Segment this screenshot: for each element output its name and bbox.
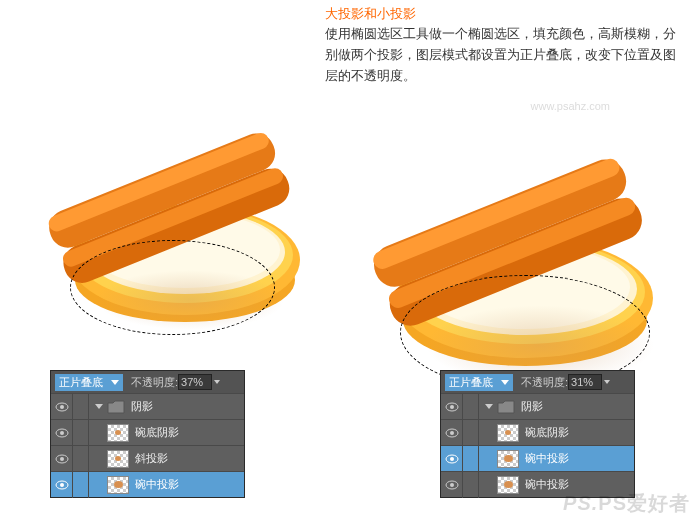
layer-thumbnail: [107, 450, 129, 468]
layer-name: 碗中投影: [525, 451, 569, 466]
svg-point-23: [60, 457, 64, 461]
brand-watermark: PS.PS爱好者: [563, 490, 690, 517]
blend-mode-dropdown[interactable]: 正片叠底: [55, 374, 123, 391]
layers-panel-left: 正片叠底 不透明度: 37% 阴影 碗底阴影 斜投影: [50, 370, 245, 498]
opacity-input[interactable]: 37%: [178, 374, 212, 390]
illustration-right: [330, 80, 670, 400]
folder-icon: [107, 400, 125, 414]
blend-mode-dropdown[interactable]: 正片叠底: [445, 374, 513, 391]
layer-thumbnail: [497, 424, 519, 442]
layer-row[interactable]: 碗底阴影: [51, 419, 244, 445]
chevron-down-icon: [604, 380, 610, 384]
section-description: 使用椭圆选区工具做一个椭圆选区，填充颜色，高斯模糊，分别做两个投影，图层模式都设…: [325, 24, 685, 86]
section-title: 大投影和小投影: [325, 5, 416, 23]
layer-group-row[interactable]: 阴影: [441, 393, 634, 419]
layer-name: 碗底阴影: [135, 425, 179, 440]
selection-marquee-left: [70, 240, 275, 335]
layer-thumbnail: [107, 476, 129, 494]
layer-row[interactable]: 碗中投影: [441, 445, 634, 471]
chevron-down-icon: [501, 380, 509, 385]
panel-header: 正片叠底 不透明度: 31%: [441, 371, 634, 393]
chevron-down-icon: [111, 380, 119, 385]
twisty-icon[interactable]: [95, 404, 103, 409]
layer-thumbnail: [497, 450, 519, 468]
layer-row[interactable]: 斜投影: [51, 445, 244, 471]
layer-thumbnail: [107, 424, 129, 442]
blend-mode-value: 正片叠底: [59, 375, 103, 390]
twisty-icon[interactable]: [485, 404, 493, 409]
visibility-toggle[interactable]: [441, 420, 463, 446]
visibility-toggle[interactable]: [441, 446, 463, 472]
layer-name: 阴影: [131, 399, 153, 414]
folder-icon: [497, 400, 515, 414]
svg-point-25: [60, 483, 64, 487]
svg-point-31: [450, 457, 454, 461]
svg-point-19: [60, 405, 64, 409]
layer-thumbnail: [497, 476, 519, 494]
layers-panel-right: 正片叠底 不透明度: 31% 阴影 碗底阴影 碗中投影: [440, 370, 635, 498]
svg-point-27: [450, 405, 454, 409]
layer-name: 碗中投影: [135, 477, 179, 492]
visibility-toggle[interactable]: [51, 420, 73, 446]
visibility-toggle[interactable]: [51, 472, 73, 498]
layer-name: 阴影: [521, 399, 543, 414]
layer-row[interactable]: 碗中投影: [51, 471, 244, 497]
layer-row[interactable]: 碗底阴影: [441, 419, 634, 445]
visibility-toggle[interactable]: [51, 446, 73, 472]
visibility-toggle[interactable]: [441, 394, 463, 420]
svg-point-21: [60, 431, 64, 435]
opacity-input[interactable]: 31%: [568, 374, 602, 390]
layer-name: 碗底阴影: [525, 425, 569, 440]
layer-group-row[interactable]: 阴影: [51, 393, 244, 419]
chevron-down-icon: [214, 380, 220, 384]
visibility-toggle[interactable]: [441, 472, 463, 498]
illustration-left: [10, 60, 315, 350]
blend-mode-value: 正片叠底: [449, 375, 493, 390]
opacity-label: 不透明度:: [521, 375, 568, 390]
panel-header: 正片叠底 不透明度: 37%: [51, 371, 244, 393]
opacity-label: 不透明度:: [131, 375, 178, 390]
svg-point-33: [450, 483, 454, 487]
svg-point-29: [450, 431, 454, 435]
layer-name: 斜投影: [135, 451, 168, 466]
visibility-toggle[interactable]: [51, 394, 73, 420]
